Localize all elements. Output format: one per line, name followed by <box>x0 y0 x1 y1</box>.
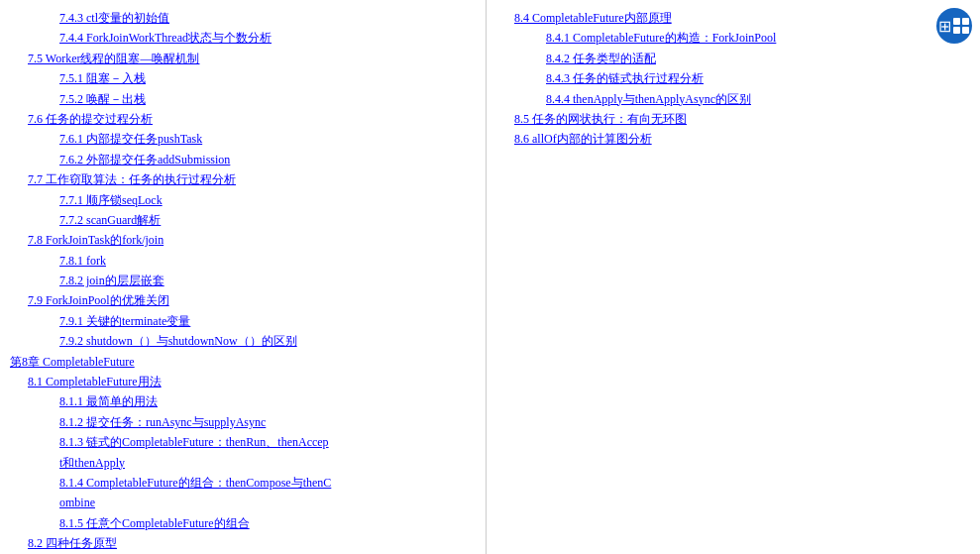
list-item[interactable]: 8.5 任务的网状执行：有向无环图 <box>514 109 962 129</box>
left-column: 7.4.3 ctl变量的初始值 7.4.4 ForkJoinWorkThread… <box>0 0 486 554</box>
list-item[interactable]: 7.5.2 唤醒－出栈 <box>59 89 476 109</box>
list-item[interactable]: 7.9.1 关键的terminate变量 <box>59 311 476 331</box>
list-item[interactable]: 7.6 任务的提交过程分析 <box>28 109 476 129</box>
list-item[interactable]: 7.8.2 join的层层嵌套 <box>59 271 476 290</box>
list-item[interactable]: 第8章 CompletableFuture <box>10 352 476 372</box>
list-item[interactable]: 8.4.2 任务类型的适配 <box>546 49 962 68</box>
fab-icon <box>951 16 971 36</box>
list-item[interactable]: 7.5.1 阻塞－入栈 <box>59 68 476 88</box>
list-item[interactable]: 7.8 ForkJoinTask的fork/join <box>28 230 476 250</box>
list-item[interactable]: 7.5 Worker线程的阻塞—唤醒机制 <box>28 49 476 68</box>
list-item[interactable]: 7.9.2 shutdown（）与shutdownNow（）的区别 <box>59 331 476 351</box>
list-item[interactable]: 7.8.1 fork <box>59 251 476 271</box>
list-item[interactable]: 8.1.5 任意个CompletableFuture的组合 <box>59 513 476 533</box>
list-item[interactable]: 7.6.1 内部提交任务pushTask <box>59 129 476 149</box>
list-item[interactable]: 8.1.4 CompletableFuture的组合：thenCompose与t… <box>10 473 476 513</box>
list-item[interactable]: 8.4 CompletableFuture内部原理 <box>514 8 962 28</box>
svg-rect-1 <box>962 18 969 25</box>
svg-rect-2 <box>953 27 960 34</box>
list-item[interactable]: 7.9 ForkJoinPool的优雅关闭 <box>28 290 476 310</box>
list-item[interactable]: 7.4.4 ForkJoinWorkThread状态与个数分析 <box>59 28 476 48</box>
fab-button[interactable] <box>936 8 972 44</box>
list-item[interactable]: 7.7.2 scanGuard解析 <box>59 210 476 230</box>
list-item[interactable]: 8.4.4 thenApply与thenApplyAsync的区别 <box>546 89 962 109</box>
list-item[interactable]: 8.1.2 提交任务：runAsync与supplyAsync <box>59 412 476 432</box>
right-column: 8.4 CompletableFuture内部原理 8.4.1 Completa… <box>487 0 972 554</box>
svg-rect-0 <box>953 18 960 25</box>
list-item[interactable]: 7.7.1 顺序锁seqLock <box>59 190 476 210</box>
list-item[interactable]: 7.6.2 外部提交任务addSubmission <box>59 150 476 169</box>
list-item[interactable]: 8.1.3 链式的CompletableFuture：thenRun、thenA… <box>59 432 476 473</box>
list-item[interactable]: 8.6 allOf内部的计算图分析 <box>514 129 962 149</box>
list-item[interactable]: 8.1.1 最简单的用法 <box>59 391 476 411</box>
svg-rect-3 <box>962 27 969 34</box>
list-item[interactable]: 8.1 CompletableFuture用法 <box>28 372 476 391</box>
list-item[interactable]: 8.4.3 任务的链式执行过程分析 <box>546 68 962 88</box>
page-container: 7.4.3 ctl变量的初始值 7.4.4 ForkJoinWorkThread… <box>0 0 980 554</box>
list-item[interactable]: 7.4.3 ctl变量的初始值 <box>59 8 476 28</box>
list-item[interactable]: 8.4.1 CompletableFuture的构造：ForkJoinPool <box>546 28 962 48</box>
list-item[interactable]: 8.2 四种任务原型 <box>28 533 476 553</box>
list-item[interactable]: 7.7 工作窃取算法：任务的执行过程分析 <box>28 169 476 189</box>
